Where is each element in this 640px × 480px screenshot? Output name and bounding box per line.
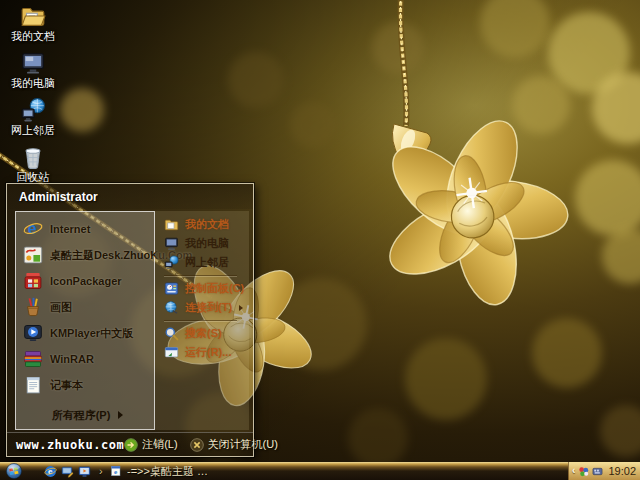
winrar-icon bbox=[23, 349, 43, 369]
media-player-icon[interactable] bbox=[78, 465, 91, 478]
start-menu-pinned-list: e Internet 桌酷主题Desk.ZhuoKu.Com bbox=[15, 211, 155, 430]
bokeh-light bbox=[575, 160, 640, 236]
start-menu-footer: www.zhuoku.com 注销(L) 关闭计 bbox=[7, 432, 253, 456]
bokeh-light bbox=[348, 408, 408, 468]
bokeh-light bbox=[60, 88, 104, 132]
my-documents-icon bbox=[20, 3, 46, 29]
menu-item-iconpackager[interactable]: IconPackager bbox=[21, 268, 154, 294]
desktop-icon-network-places[interactable]: 网上邻居 bbox=[2, 97, 64, 143]
taskbar-clock[interactable]: 19:02 bbox=[608, 465, 636, 477]
bokeh-light bbox=[405, 338, 487, 420]
recycle-bin-icon bbox=[20, 144, 46, 170]
quick-launch-overflow-chevron[interactable]: › bbox=[95, 462, 103, 480]
menu-item-kmplayer[interactable]: KMPlayer中文版 bbox=[21, 320, 154, 346]
bokeh-light bbox=[372, 22, 424, 74]
shut-down-button[interactable]: 关闭计算机(U) bbox=[190, 437, 278, 452]
all-programs-button[interactable]: 所有程序(P) bbox=[21, 403, 154, 427]
start-menu-header: Administrator bbox=[7, 184, 253, 209]
taskbar: e › e -=>>桌酷主题 - Mi... bbox=[0, 462, 640, 480]
menu-item-label: 画图 bbox=[50, 300, 72, 315]
menu-item-label: 我的电脑 bbox=[185, 236, 229, 251]
shut-down-icon bbox=[190, 438, 204, 452]
bokeh-light bbox=[275, 278, 367, 370]
log-off-button[interactable]: 注销(L) bbox=[124, 437, 177, 452]
bokeh-light bbox=[602, 228, 640, 284]
bokeh-light bbox=[290, 102, 336, 148]
user-name: Administrator bbox=[19, 190, 98, 204]
search-icon bbox=[164, 326, 179, 341]
desktop-icon-my-computer[interactable]: 我的电脑 bbox=[2, 50, 64, 96]
quick-launch-bar: e › bbox=[44, 462, 103, 480]
bokeh-light bbox=[480, 0, 550, 58]
shut-down-label: 关闭计算机(U) bbox=[208, 437, 278, 452]
my-computer-icon bbox=[20, 50, 46, 76]
kmplayer-icon bbox=[23, 323, 43, 343]
browser-page-icon: e bbox=[110, 465, 122, 477]
desktop-icon-label: 我的电脑 bbox=[11, 77, 55, 90]
run-icon bbox=[164, 345, 179, 360]
show-desktop-icon[interactable] bbox=[61, 465, 74, 478]
network-places-icon bbox=[164, 255, 179, 270]
menu-item-label: KMPlayer中文版 bbox=[50, 326, 133, 341]
menu-item-label: IconPackager bbox=[50, 275, 122, 287]
menu-item-control-panel[interactable]: 控制面板(C) bbox=[164, 279, 247, 298]
start-button[interactable] bbox=[6, 463, 22, 479]
zhuoku-watermark: www.zhuoku.com bbox=[16, 438, 124, 452]
start-menu: Administrator e Internet bbox=[6, 183, 254, 457]
menu-item-my-computer[interactable]: 我的电脑 bbox=[164, 234, 247, 253]
menu-item-label: 搜索(S) bbox=[185, 326, 222, 341]
menu-item-internet[interactable]: e Internet bbox=[21, 216, 154, 242]
menu-item-run[interactable]: 运行(R)... bbox=[164, 343, 247, 362]
all-programs-arrow-icon bbox=[118, 411, 123, 419]
connect-to-icon bbox=[164, 300, 179, 315]
bokeh-light bbox=[228, 52, 284, 108]
menu-item-label: 记事本 bbox=[50, 378, 83, 393]
menu-item-label: 运行(R)... bbox=[185, 345, 231, 360]
taskbar-window-button-label: -=>>桌酷主题 - Mi... bbox=[127, 464, 208, 479]
menu-item-notepad[interactable]: 记事本 bbox=[21, 372, 154, 398]
input-volume-tray-icon[interactable] bbox=[592, 466, 603, 477]
desktop-icon-label: 网上邻居 bbox=[11, 124, 55, 137]
all-programs-label: 所有程序(P) bbox=[52, 408, 111, 423]
zhuoku-theme-icon bbox=[23, 245, 43, 265]
menu-item-my-documents[interactable]: 我的文档 bbox=[164, 215, 247, 234]
menu-separator bbox=[164, 320, 237, 321]
iconpackager-icon bbox=[23, 271, 43, 291]
bokeh-light bbox=[600, 405, 640, 457]
desktop-icon-list: 我的文档 我的电脑 网上邻居 bbox=[2, 3, 64, 191]
network-places-icon bbox=[20, 97, 46, 123]
menu-item-label: 网上邻居 bbox=[185, 255, 229, 270]
internet-explorer-icon[interactable]: e bbox=[44, 465, 57, 478]
svg-text:e: e bbox=[28, 220, 37, 237]
start-menu-places-list: 我的文档 我的电脑 bbox=[155, 211, 249, 430]
menu-separator bbox=[164, 275, 237, 276]
menu-item-label: 控制面板(C) bbox=[185, 281, 244, 296]
desktop-icon-my-documents[interactable]: 我的文档 bbox=[2, 3, 64, 49]
my-computer-icon bbox=[164, 236, 179, 251]
tray-collapse-chevron[interactable]: ‹ bbox=[572, 463, 575, 479]
notepad-icon bbox=[23, 375, 43, 395]
submenu-arrow-icon bbox=[239, 305, 243, 311]
bokeh-light bbox=[532, 318, 602, 388]
menu-item-label: WinRAR bbox=[50, 353, 94, 365]
system-tray: ‹ 19:02 bbox=[568, 462, 640, 480]
menu-item-winrar[interactable]: WinRAR bbox=[21, 346, 154, 372]
my-documents-icon bbox=[164, 217, 179, 232]
desktop-icon-label: 我的文档 bbox=[11, 30, 55, 43]
colorful-app-tray-icon[interactable] bbox=[578, 466, 589, 477]
log-off-icon bbox=[124, 438, 138, 452]
taskbar-window-button[interactable]: e -=>>桌酷主题 - Mi... bbox=[104, 463, 214, 479]
menu-item-zhuoku-theme[interactable]: 桌酷主题Desk.ZhuoKu.Com bbox=[21, 242, 154, 268]
menu-item-label: 连接到(T) bbox=[185, 300, 232, 315]
menu-item-search[interactable]: 搜索(S) bbox=[164, 324, 247, 343]
menu-item-label: 我的文档 bbox=[185, 217, 229, 232]
control-panel-icon bbox=[164, 281, 179, 296]
menu-item-label: Internet bbox=[50, 223, 90, 235]
menu-item-network-places[interactable]: 网上邻居 bbox=[164, 253, 247, 272]
log-off-label: 注销(L) bbox=[142, 437, 177, 452]
desktop[interactable]: 我的文档 我的电脑 网上邻居 bbox=[0, 0, 640, 480]
internet-explorer-icon: e bbox=[23, 219, 43, 239]
menu-item-connect-to[interactable]: 连接到(T) bbox=[164, 298, 247, 317]
paint-icon bbox=[23, 297, 43, 317]
menu-item-paint[interactable]: 画图 bbox=[21, 294, 154, 320]
